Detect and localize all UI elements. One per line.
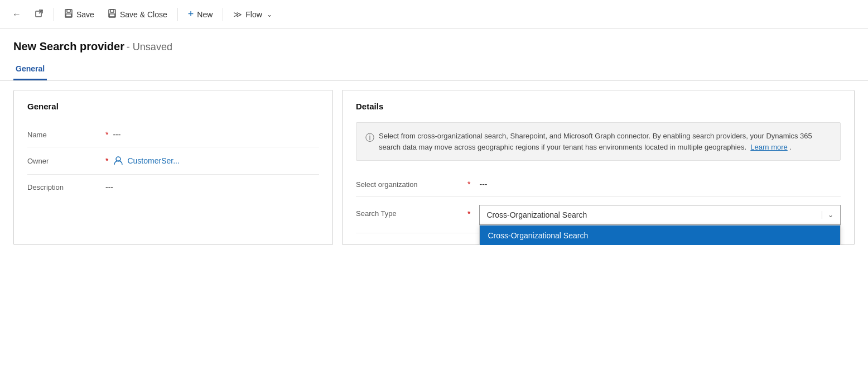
owner-person-icon: [113, 155, 124, 166]
select-org-label: Select organization: [356, 180, 467, 189]
learn-more-link[interactable]: Learn more: [750, 143, 787, 151]
content-area: General Name * --- Owner * CustomerSer..…: [0, 90, 868, 245]
new-icon: +: [188, 8, 194, 20]
back-button[interactable]: ←: [7, 6, 27, 23]
info-box: ⓘ Select from cross-organizational searc…: [356, 122, 841, 161]
description-row: Description ---: [27, 175, 319, 199]
owner-label: Owner: [27, 157, 105, 165]
name-value[interactable]: ---: [113, 130, 120, 139]
select-org-value[interactable]: ---: [479, 180, 487, 189]
name-required-star: *: [105, 130, 108, 139]
select-org-row: Select organization * ---: [356, 172, 841, 197]
name-row: Name * ---: [27, 122, 319, 147]
save-icon: [64, 9, 73, 20]
flow-chevron-icon: ⌄: [267, 11, 272, 18]
new-button[interactable]: + New: [182, 5, 219, 23]
divider-2: [177, 8, 178, 21]
general-panel-title: General: [27, 102, 319, 111]
flow-label: Flow: [245, 10, 262, 19]
new-label: New: [197, 10, 213, 19]
owner-required-star: *: [105, 156, 108, 165]
divider-3: [223, 8, 223, 21]
back-icon: ←: [12, 9, 21, 20]
name-label: Name: [27, 131, 105, 139]
info-text: Select from cross-organizational search,…: [379, 131, 831, 152]
tab-general[interactable]: General: [13, 59, 47, 80]
open-in-new-icon: [35, 9, 44, 20]
owner-value[interactable]: CustomerSer...: [113, 155, 179, 166]
svg-rect-3: [67, 9, 70, 12]
details-panel: Details ⓘ Select from cross-organization…: [342, 90, 855, 245]
flow-button[interactable]: ≫ Flow ⌄: [228, 6, 278, 23]
save-close-button[interactable]: Save & Close: [102, 6, 173, 23]
page-title: New Search provider: [13, 40, 124, 52]
toolbar: ← Save Save & Clos: [0, 0, 868, 29]
search-type-row: Search Type * Cross-Organizational Searc…: [356, 197, 841, 233]
info-icon: ⓘ: [365, 131, 374, 152]
page-subtitle: - Unsaved: [127, 41, 172, 52]
search-type-selected-value: Cross-Organizational Search: [486, 210, 587, 219]
details-panel-title: Details: [356, 102, 841, 111]
description-value[interactable]: ---: [105, 183, 113, 191]
general-panel: General Name * --- Owner * CustomerSer..…: [13, 90, 333, 245]
search-type-menu: Cross-Organizational Search Sharepoint M…: [479, 225, 841, 245]
tab-nav: General: [0, 59, 868, 81]
dropdown-arrow-icon: ⌄: [822, 211, 833, 219]
description-label: Description: [27, 183, 105, 191]
flow-icon: ≫: [233, 9, 242, 20]
svg-rect-2: [65, 9, 72, 17]
save-close-label: Save & Close: [120, 10, 167, 19]
owner-name: CustomerSer...: [127, 156, 179, 165]
svg-rect-4: [66, 14, 71, 17]
page-header: New Search provider - Unsaved: [0, 29, 868, 59]
owner-row: Owner * CustomerSer...: [27, 147, 319, 175]
svg-rect-5: [109, 9, 115, 17]
save-label: Save: [76, 10, 94, 19]
save-close-icon: [108, 9, 117, 20]
svg-rect-7: [109, 14, 115, 17]
save-button[interactable]: Save: [59, 6, 100, 23]
search-type-label: Search Type: [356, 205, 467, 218]
open-in-new-button[interactable]: [29, 6, 49, 23]
option-cross-org[interactable]: Cross-Organizational Search: [480, 225, 840, 245]
divider-1: [54, 8, 54, 21]
search-type-required-star: *: [467, 205, 470, 218]
search-type-selected[interactable]: Cross-Organizational Search ⌄: [479, 205, 841, 225]
svg-rect-6: [110, 9, 114, 12]
search-type-dropdown[interactable]: Cross-Organizational Search ⌄ Cross-Orga…: [479, 205, 841, 225]
select-org-required-star: *: [467, 180, 470, 189]
svg-line-1: [39, 10, 42, 13]
